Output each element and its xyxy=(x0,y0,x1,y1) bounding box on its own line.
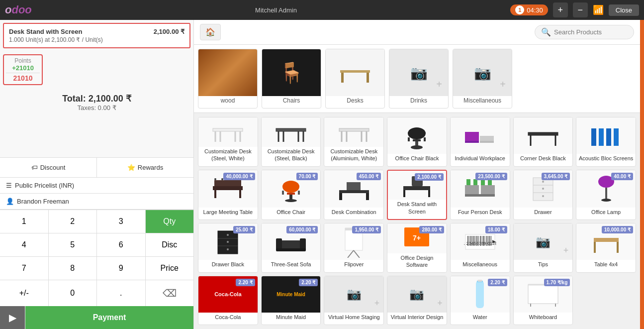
order-number: 1 xyxy=(515,5,524,14)
product-three-seat-sofa-name: Three-Seat Sofa xyxy=(269,260,313,269)
product-office-lamp-price: 40.00 ₹ xyxy=(611,173,633,180)
product-customizable-desk-sb[interactable]: Customizable Desk (Steel, Black) xyxy=(261,117,321,167)
product-office-lamp[interactable]: 40.00 ₹ Office Lamp xyxy=(576,170,636,220)
product-coca-cola[interactable]: 2.20 ₹ Coca-Cola Coca-Cola xyxy=(198,276,258,326)
product-desk-stand-screen[interactable]: 2,100.00 ₹ Desk Stand with Screen xyxy=(387,170,447,220)
discount-button[interactable]: 🏷 Discount xyxy=(0,158,97,177)
numpad-price[interactable]: Price xyxy=(146,257,194,280)
svg-rect-114 xyxy=(477,280,482,282)
pricelist-bar[interactable]: ☰ Public Pricelist (INR) xyxy=(0,177,193,194)
product-flipover[interactable]: 1,950.00 ₹ Flipover xyxy=(324,223,384,273)
product-corner-desk-black-img xyxy=(514,117,573,154)
product-individual-workplace[interactable]: Individual Workplace xyxy=(450,117,510,167)
product-drawer[interactable]: 3,645.00 ₹ Drawer xyxy=(513,170,573,220)
product-drawer-name: Drawer xyxy=(532,208,553,217)
svg-rect-22 xyxy=(408,137,410,141)
product-miscellaneous[interactable]: 18.00 ₹ 1 23456789 0128 xyxy=(450,223,510,273)
customer-row[interactable]: 👤 Brandon Freeman xyxy=(0,194,193,210)
close-button[interactable]: Close xyxy=(609,4,639,16)
product-office-chair[interactable]: 70.00 ₹ Office Chair xyxy=(261,170,321,220)
order-item-name: Desk Stand with Screen 2,100.00 ₹ xyxy=(9,28,184,35)
search-input[interactable] xyxy=(554,28,629,36)
category-drinks-label: Drinks xyxy=(408,96,429,105)
customer-name: Brandon Freeman xyxy=(17,198,69,205)
numpad-backspace[interactable]: ⌫ xyxy=(146,280,194,306)
product-corner-desk-black[interactable]: Corner Desk Black xyxy=(513,117,573,167)
numpad-0[interactable]: 0 xyxy=(49,280,97,306)
product-virtual-home-staging-name: Virtual Home Staging xyxy=(326,313,382,322)
product-drawer-black-name: Drawer Black xyxy=(210,260,246,269)
product-office-chair-name: Office Chair xyxy=(275,208,307,217)
numpad-qty[interactable]: Qty xyxy=(146,210,194,233)
category-desks[interactable]: Desks xyxy=(325,49,385,109)
product-office-design-software[interactable]: 280.00 ₹ 7+ Office Design Software xyxy=(387,223,447,273)
product-water[interactable]: 2.20 ₹ Water xyxy=(450,276,510,326)
numpad-disc[interactable]: Disc xyxy=(146,233,194,256)
svg-rect-50 xyxy=(339,190,369,193)
discount-icon: 🏷 xyxy=(31,164,38,171)
category-chairs-label: Chairs xyxy=(281,96,302,105)
home-button[interactable]: 🏠 xyxy=(200,24,221,40)
product-acoustic-bloc-screens[interactable]: Acoustic Bloc Screens xyxy=(576,117,636,167)
product-whiteboard[interactable]: 1.70 ₹/kg Whiteboard xyxy=(513,276,573,326)
numpad-6[interactable]: 6 xyxy=(97,233,145,256)
svg-point-78 xyxy=(227,241,229,243)
product-customizable-desk-aw[interactable]: Customizable Desk (Aluminium, White) xyxy=(324,117,384,167)
product-large-meeting-table[interactable]: 40,000.00 ₹ Large Meeting Table xyxy=(198,170,258,220)
product-desk-combination[interactable]: 450.00 ₹ Desk Combination xyxy=(324,170,384,220)
numpad-5[interactable]: 5 xyxy=(49,233,97,256)
numpad-3[interactable]: 3 xyxy=(97,210,145,233)
product-four-person-desk[interactable]: 23,500.00 ₹ Four Person Desk xyxy=(450,170,510,220)
category-misc-label: Miscellaneous xyxy=(461,96,503,105)
svg-rect-24 xyxy=(465,132,479,141)
payment-arrow-button[interactable]: ▶ xyxy=(0,306,25,329)
product-customizable-desk-sw-name: Customizable Desk (Steel, White) xyxy=(198,147,258,163)
order-time: 04:30 xyxy=(527,6,543,14)
add-order-button[interactable]: + xyxy=(553,2,568,17)
numpad-1[interactable]: 1 xyxy=(0,210,48,233)
numpad-plusminus[interactable]: +/- xyxy=(0,280,48,306)
product-customizable-desk-sb-name: Customizable Desk (Steel, Black) xyxy=(262,147,321,163)
category-misc[interactable]: 📷 Miscellaneous xyxy=(453,49,512,109)
product-minute-maid[interactable]: 2.20 ₹ Minute Maid Minute Maid xyxy=(261,276,321,326)
numpad-decimal[interactable]: . xyxy=(97,280,145,306)
svg-rect-37 xyxy=(214,190,216,198)
rewards-button[interactable]: ⭐ Rewards xyxy=(97,158,193,177)
remove-order-button[interactable]: − xyxy=(573,2,588,17)
svg-point-70 xyxy=(542,195,544,197)
product-four-person-desk-price: 23,500.00 ₹ xyxy=(475,173,507,180)
wifi-icon: 📶 xyxy=(593,4,604,15)
search-box[interactable]: 🔍 xyxy=(535,25,634,39)
category-wood[interactable]: wood xyxy=(198,49,258,109)
product-drawer-black[interactable]: 25.00 ₹ Drawer Black xyxy=(198,223,258,273)
numpad-9[interactable]: 9 xyxy=(97,257,145,280)
numpad-8[interactable]: 8 xyxy=(49,257,97,280)
svg-rect-61 xyxy=(466,179,470,185)
product-virtual-interior-design-name: Virtual Interior Design xyxy=(389,313,446,322)
product-office-chair-black[interactable]: Office Chair Black xyxy=(387,117,447,167)
svg-point-18 xyxy=(408,127,426,139)
numpad-7[interactable]: 7 xyxy=(0,257,48,280)
main-layout: Desk Stand with Screen 2,100.00 ₹ 1.000 … xyxy=(0,20,644,329)
numpad-4[interactable]: 4 xyxy=(0,233,48,256)
product-acoustic-bloc-screens-img xyxy=(576,117,636,154)
numpad-2[interactable]: 2 xyxy=(49,210,97,233)
product-customizable-desk-sw[interactable]: Customizable Desk (Steel, White) xyxy=(198,117,258,167)
category-chairs[interactable]: 🪑 Chairs xyxy=(262,49,321,109)
misc-placeholder: 📷 xyxy=(453,49,512,96)
order-item-label: Desk Stand with Screen xyxy=(9,28,82,35)
product-virtual-home-staging[interactable]: 38.25 ₹ 📷+ Virtual Home Staging xyxy=(324,276,384,326)
product-tips[interactable]: 1.00 ₹ 📷+ Tips xyxy=(513,223,573,273)
product-three-seat-sofa[interactable]: 60,000.00 ₹ Three-Seat Sofa xyxy=(261,223,321,273)
svg-rect-53 xyxy=(347,182,361,190)
svg-rect-19 xyxy=(413,139,421,141)
payment-button[interactable]: Payment xyxy=(25,306,193,329)
product-virtual-interior-design[interactable]: 30.75 ₹ 📷+ Virtual Interior Design xyxy=(387,276,447,326)
category-drinks[interactable]: 📷 Drinks xyxy=(389,49,449,109)
svg-rect-49 xyxy=(298,191,300,195)
order-item-row[interactable]: Desk Stand with Screen 2,100.00 ₹ 1.000 … xyxy=(3,23,190,48)
product-table-4x4[interactable]: 10,000.00 ₹ Table 4x4 xyxy=(576,223,636,273)
product-acoustic-bloc-screens-name: Acoustic Bloc Screens xyxy=(577,154,635,163)
svg-rect-72 xyxy=(605,188,607,200)
svg-rect-111 xyxy=(617,242,619,253)
